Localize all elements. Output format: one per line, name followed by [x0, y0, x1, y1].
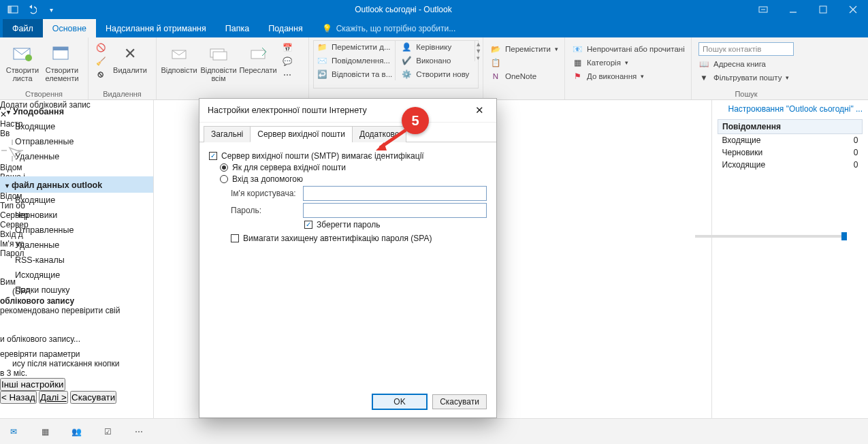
tab-home[interactable]: Основне: [43, 19, 96, 37]
messages-header: Повідомлення: [718, 120, 863, 134]
qs-done-label: Виконано: [416, 57, 451, 65]
quickstep-manager[interactable]: 👤Керівнику: [398, 41, 472, 53]
ribbon-display-icon[interactable]: [748, 0, 778, 19]
rules-button[interactable]: 📋: [487, 57, 561, 69]
radio-icon: [220, 175, 228, 183]
delete-label: Видалити: [113, 66, 147, 74]
radio-logon-using[interactable]: Вхід за допомогою: [220, 174, 487, 184]
savepw-label: Зберегти пароль: [317, 220, 380, 229]
folder-outbox[interactable]: Исходящие: [0, 268, 153, 283]
category-icon: ▦: [572, 57, 583, 68]
password-input[interactable]: [303, 203, 487, 218]
tab-outgoing-server[interactable]: Сервер вихідної пошти: [250, 126, 353, 142]
nav-people-icon[interactable]: 👥: [69, 425, 83, 439]
internet-email-settings-dialog: Настройки електронної пошти Інтернету ✕ …: [199, 98, 497, 418]
quickstep-more[interactable]: ▾: [475, 54, 481, 61]
cleanup-button[interactable]: 🧹: [93, 55, 109, 67]
smtp-auth-checkbox[interactable]: Сервер вихідної пошти (SMTP) вимагає іде…: [209, 151, 487, 161]
title-bar: ▾ Outlook сьогодні - Outlook: [0, 0, 868, 19]
favorites-header[interactable]: ▾Уподобання: [0, 104, 153, 119]
folder-inbox[interactable]: Входящие: [0, 193, 153, 208]
ribbon: Створити листа Створити елементи Створен…: [0, 37, 868, 100]
smtp-dialog-title: Настройки електронної пошти Інтернету: [208, 106, 367, 115]
categorize-button[interactable]: ▦Категорія▾: [569, 57, 688, 69]
unread-button[interactable]: 📧Непрочитані або прочитані: [569, 43, 688, 55]
today-inbox-label[interactable]: Входящие: [718, 134, 834, 147]
today-drafts-label[interactable]: Черновики: [718, 146, 834, 159]
folder-rss[interactable]: RSS-каналы: [0, 253, 153, 268]
quickstep-new[interactable]: ⚙️Створити нову: [398, 68, 472, 80]
new-mail-button[interactable]: Створити листа: [4, 40, 41, 82]
meeting-button[interactable]: 📅: [279, 42, 295, 54]
im-button[interactable]: 💬: [279, 55, 295, 67]
svg-rect-7: [53, 47, 68, 50]
quickstep-up[interactable]: ▲: [475, 41, 481, 48]
move-button[interactable]: 📂Перемістити▾: [487, 43, 561, 55]
offline-slider-thumb[interactable]: [841, 232, 847, 240]
username-input[interactable]: [303, 186, 487, 201]
undo-icon[interactable]: [25, 2, 39, 17]
qat-customize-icon[interactable]: ▾: [44, 2, 59, 17]
spa-label: Вимагати захищену автентифікацію пароля …: [243, 234, 432, 243]
folder-sent[interactable]: Отправленные: [0, 223, 153, 238]
folder-search[interactable]: Папки пошуку: [0, 283, 153, 298]
filter-email-button[interactable]: ▼Фільтрувати пошту▾: [696, 72, 797, 84]
datafile-header[interactable]: ▾файл данных outlook: [0, 176, 153, 193]
new-items-button[interactable]: Створити елементи: [44, 40, 80, 82]
outlook-today-link[interactable]: Настроювання "Outlook сьогодні" ...: [718, 104, 863, 119]
quickstep-replydel[interactable]: ↩️Відповісти та в...: [314, 68, 395, 80]
smtp-close-button[interactable]: ✕: [471, 104, 488, 116]
remember-password-checkbox[interactable]: Зберегти пароль: [304, 220, 487, 229]
radio-same-as-incoming[interactable]: Як для сервера вхідної пошти: [220, 163, 487, 172]
ok-button[interactable]: OK: [372, 394, 427, 409]
today-outbox-label[interactable]: Исходящие: [718, 159, 834, 171]
maximize-button[interactable]: [808, 0, 838, 19]
tab-file[interactable]: Файл: [3, 19, 43, 37]
fav-deleted[interactable]: Удаленные: [0, 149, 153, 164]
junk-icon: 🛇: [95, 69, 106, 80]
more-respond-button[interactable]: ⋯: [279, 69, 295, 81]
tab-folder[interactable]: Папка: [216, 19, 259, 37]
quickstep-down[interactable]: ▼: [475, 48, 481, 54]
onenote-button[interactable]: NOneNote: [487, 70, 561, 82]
close-button[interactable]: [838, 0, 868, 19]
reply-button[interactable]: Відповісти: [161, 40, 197, 74]
nav-mail-icon[interactable]: ✉: [7, 425, 20, 439]
ignore-icon: 🚫: [95, 42, 106, 53]
tab-general[interactable]: Загальні: [204, 126, 251, 142]
search-people-input[interactable]: Пошук контактів: [698, 42, 794, 56]
navigation-pane: ▾Уподобання Входящие Отправленные Удален…: [0, 100, 154, 418]
cancel-button[interactable]: Скасувати: [432, 394, 487, 409]
username-label: Ім'я користувача:: [231, 189, 303, 198]
junk-button[interactable]: 🛇: [93, 69, 109, 81]
ignore-button[interactable]: 🚫: [93, 42, 109, 54]
group-delete-label: Видалення: [93, 89, 152, 98]
quickstep-move[interactable]: 📁Перемістити д...: [314, 41, 395, 53]
minimize-button[interactable]: [778, 0, 808, 19]
check-icon: ✔️: [401, 55, 412, 66]
reply-all-button[interactable]: Відповісти всім: [200, 40, 237, 82]
tab-view[interactable]: Подання: [259, 19, 312, 37]
tab-send-receive[interactable]: Надсилання й отримання: [96, 19, 216, 37]
quickstep-done[interactable]: ✔️Виконано: [398, 54, 472, 67]
forward-button[interactable]: Переслати: [240, 40, 276, 74]
new-mail-label: Створити листа: [6, 66, 39, 82]
folder-drafts[interactable]: Черновики: [0, 208, 153, 223]
gear-icon: ⚙️: [401, 69, 412, 80]
nav-calendar-icon[interactable]: ▦: [38, 425, 52, 439]
fav-inbox[interactable]: Входящие: [0, 119, 153, 134]
nav-tasks-icon[interactable]: ☑: [101, 425, 114, 439]
fav-sent[interactable]: Отправленные: [0, 134, 153, 149]
svg-rect-11: [251, 50, 265, 59]
folder-deleted[interactable]: Удаленные: [0, 238, 153, 253]
reply-all-icon: [208, 43, 229, 65]
quickstep-notify[interactable]: ✉️Повідомлення...: [314, 54, 395, 67]
address-book-button[interactable]: 📖Адресна книга: [696, 58, 797, 70]
group-move-label: [487, 89, 560, 98]
spa-checkbox[interactable]: Вимагати захищену автентифікацію пароля …: [231, 234, 487, 243]
tell-me[interactable]: 💡 Скажіть, що потрібно зробити...: [312, 19, 456, 37]
nav-more-icon[interactable]: ⋯: [132, 425, 146, 439]
onenote-icon: N: [490, 71, 501, 82]
followup-button[interactable]: ⚑До виконання▾: [569, 70, 688, 82]
delete-button[interactable]: ✕ Видалити: [112, 40, 148, 74]
